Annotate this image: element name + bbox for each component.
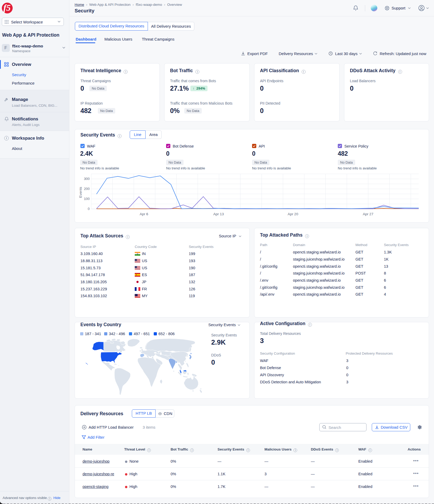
- svg-text:300: 300: [84, 177, 90, 181]
- svg-text:Apr 13: Apr 13: [213, 212, 224, 216]
- svg-text:f5: f5: [3, 3, 11, 13]
- svg-text:Events: Events: [79, 187, 83, 198]
- svg-text:0: 0: [88, 207, 90, 211]
- svg-text:Apr 20: Apr 20: [288, 212, 298, 216]
- svg-text:Apr 6: Apr 6: [140, 212, 148, 216]
- svg-text:100: 100: [84, 197, 90, 201]
- svg-text:Apr 27: Apr 27: [363, 212, 373, 216]
- svg-text:200: 200: [84, 187, 90, 191]
